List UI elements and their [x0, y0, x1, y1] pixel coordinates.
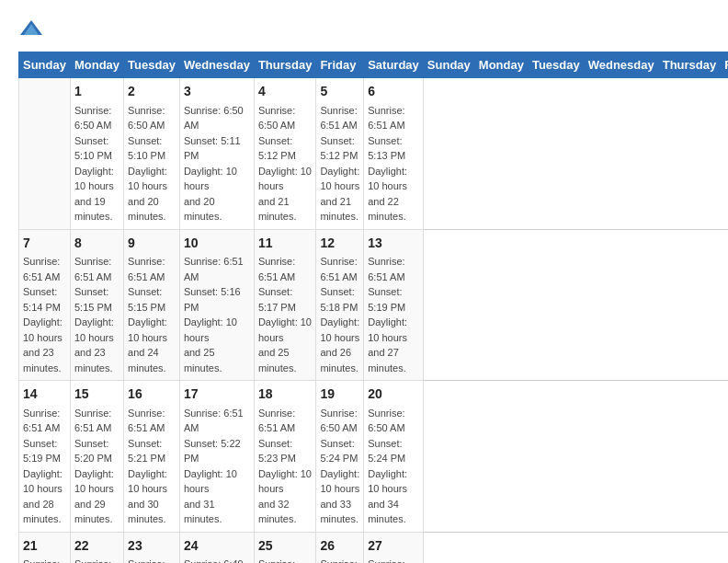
day-number: 14: [23, 385, 66, 404]
calendar-cell: 5Sunrise: 6:51 AM Sunset: 5:12 PM Daylig…: [316, 78, 364, 230]
day-info: Sunrise: 6:51 AM Sunset: 5:20 PM Dayligh…: [74, 406, 119, 527]
day-info: Sunrise: 6:49 AM Sunset: 5:28 PM Dayligh…: [184, 557, 250, 563]
logo: [18, 18, 48, 37]
calendar-week-1: 1Sunrise: 6:50 AM Sunset: 5:10 PM Daylig…: [19, 78, 729, 230]
day-number: 17: [184, 385, 250, 404]
day-number: 24: [184, 537, 250, 556]
day-number: 15: [74, 385, 119, 404]
calendar-cell: 15Sunrise: 6:51 AM Sunset: 5:20 PM Dayli…: [70, 381, 123, 533]
header-sunday: Sunday: [19, 52, 71, 78]
day-info: Sunrise: 6:50 AM Sunset: 5:10 PM Dayligh…: [128, 103, 176, 224]
day-info: Sunrise: 6:48 AM Sunset: 5:30 PM Dayligh…: [320, 557, 359, 563]
calendar-week-3: 14Sunrise: 6:51 AM Sunset: 5:19 PM Dayli…: [19, 381, 729, 533]
day-info: Sunrise: 6:50 AM Sunset: 5:25 PM Dayligh…: [23, 557, 66, 563]
day-info: Sunrise: 6:49 AM Sunset: 5:29 PM Dayligh…: [258, 557, 313, 563]
day-info: Sunrise: 6:48 AM Sunset: 5:30 PM Dayligh…: [368, 557, 419, 563]
calendar-cell: 11Sunrise: 6:51 AM Sunset: 5:17 PM Dayli…: [254, 229, 316, 381]
day-number: 18: [258, 385, 313, 404]
day-info: Sunrise: 6:50 AM Sunset: 5:11 PM Dayligh…: [184, 103, 250, 224]
header-wednesday: Wednesday: [179, 52, 254, 78]
day-info: Sunrise: 6:51 AM Sunset: 5:14 PM Dayligh…: [23, 254, 66, 375]
day-number: 7: [23, 235, 66, 253]
day-info: Sunrise: 6:50 AM Sunset: 5:10 PM Dayligh…: [74, 103, 119, 224]
calendar-cell: 20Sunrise: 6:50 AM Sunset: 5:24 PM Dayli…: [364, 381, 424, 533]
col-header-thursday: Thursday: [658, 52, 721, 78]
calendar-cell: 14Sunrise: 6:51 AM Sunset: 5:19 PM Dayli…: [19, 381, 71, 533]
calendar-cell: 1Sunrise: 6:50 AM Sunset: 5:10 PM Daylig…: [70, 78, 123, 230]
day-info: Sunrise: 6:51 AM Sunset: 5:19 PM Dayligh…: [368, 254, 419, 375]
col-header-monday: Monday: [474, 52, 528, 78]
day-info: Sunrise: 6:50 AM Sunset: 5:12 PM Dayligh…: [258, 103, 313, 224]
calendar-cell: 7Sunrise: 6:51 AM Sunset: 5:14 PM Daylig…: [19, 229, 71, 381]
day-number: 25: [258, 537, 313, 556]
day-number: 22: [74, 537, 119, 556]
day-number: 16: [128, 385, 176, 404]
calendar-cell: 23Sunrise: 6:49 AM Sunset: 5:27 PM Dayli…: [124, 532, 180, 563]
day-info: Sunrise: 6:51 AM Sunset: 5:16 PM Dayligh…: [184, 254, 250, 375]
day-number: 1: [74, 83, 119, 101]
day-number: 13: [368, 235, 419, 253]
calendar-header-row: SundayMondayTuesdayWednesdayThursdayFrid…: [19, 52, 729, 78]
day-info: Sunrise: 6:51 AM Sunset: 5:18 PM Dayligh…: [320, 254, 359, 375]
day-info: Sunrise: 6:50 AM Sunset: 5:24 PM Dayligh…: [320, 406, 359, 527]
page-header: [18, 18, 710, 37]
calendar-cell: 9Sunrise: 6:51 AM Sunset: 5:15 PM Daylig…: [124, 229, 180, 381]
col-header-sunday: Sunday: [423, 52, 474, 78]
day-number: 27: [368, 537, 419, 556]
day-info: Sunrise: 6:51 AM Sunset: 5:23 PM Dayligh…: [258, 406, 313, 527]
calendar-cell: 19Sunrise: 6:50 AM Sunset: 5:24 PM Dayli…: [316, 381, 364, 533]
calendar-cell: 3Sunrise: 6:50 AM Sunset: 5:11 PM Daylig…: [179, 78, 254, 230]
calendar-cell: 18Sunrise: 6:51 AM Sunset: 5:23 PM Dayli…: [254, 381, 316, 533]
day-number: 10: [184, 235, 250, 253]
day-info: Sunrise: 6:51 AM Sunset: 5:19 PM Dayligh…: [23, 406, 66, 527]
calendar-cell: 13Sunrise: 6:51 AM Sunset: 5:19 PM Dayli…: [364, 229, 424, 381]
calendar-cell: 12Sunrise: 6:51 AM Sunset: 5:18 PM Dayli…: [316, 229, 364, 381]
day-number: 6: [368, 83, 419, 101]
calendar-table: SundayMondayTuesdayWednesdayThursdayFrid…: [18, 52, 728, 563]
header-monday: Monday: [70, 52, 123, 78]
header-saturday: Saturday: [364, 52, 424, 78]
calendar-week-4: 21Sunrise: 6:50 AM Sunset: 5:25 PM Dayli…: [19, 532, 729, 563]
day-number: 12: [320, 235, 359, 253]
calendar-cell: 17Sunrise: 6:51 AM Sunset: 5:22 PM Dayli…: [179, 381, 254, 533]
day-number: 2: [128, 83, 176, 101]
logo-icon: [18, 18, 44, 37]
day-number: 23: [128, 537, 176, 556]
day-info: Sunrise: 6:51 AM Sunset: 5:21 PM Dayligh…: [128, 406, 176, 527]
calendar-cell: 27Sunrise: 6:48 AM Sunset: 5:30 PM Dayli…: [364, 532, 424, 563]
day-number: 11: [258, 235, 313, 253]
day-number: 26: [320, 537, 359, 556]
day-info: Sunrise: 6:51 AM Sunset: 5:15 PM Dayligh…: [128, 254, 176, 375]
day-info: Sunrise: 6:51 AM Sunset: 5:13 PM Dayligh…: [368, 103, 419, 224]
calendar-cell: 26Sunrise: 6:48 AM Sunset: 5:30 PM Dayli…: [316, 532, 364, 563]
header-thursday: Thursday: [254, 52, 316, 78]
calendar-cell: 22Sunrise: 6:50 AM Sunset: 5:26 PM Dayli…: [70, 532, 123, 563]
calendar-cell: 21Sunrise: 6:50 AM Sunset: 5:25 PM Dayli…: [19, 532, 71, 563]
calendar-cell: 10Sunrise: 6:51 AM Sunset: 5:16 PM Dayli…: [179, 229, 254, 381]
calendar-cell: 2Sunrise: 6:50 AM Sunset: 5:10 PM Daylig…: [124, 78, 180, 230]
header-friday: Friday: [316, 52, 364, 78]
col-header-tuesday: Tuesday: [528, 52, 584, 78]
calendar-cell: 16Sunrise: 6:51 AM Sunset: 5:21 PM Dayli…: [124, 381, 180, 533]
calendar-week-2: 7Sunrise: 6:51 AM Sunset: 5:14 PM Daylig…: [19, 229, 729, 381]
day-number: 8: [74, 235, 119, 253]
day-number: 5: [320, 83, 359, 101]
calendar-cell: [19, 78, 71, 230]
day-info: Sunrise: 6:49 AM Sunset: 5:27 PM Dayligh…: [128, 557, 176, 563]
day-number: 3: [184, 83, 250, 101]
header-tuesday: Tuesday: [124, 52, 180, 78]
day-number: 9: [128, 235, 176, 253]
day-number: 20: [368, 385, 419, 404]
day-info: Sunrise: 6:50 AM Sunset: 5:24 PM Dayligh…: [368, 406, 419, 527]
day-number: 4: [258, 83, 313, 101]
calendar-cell: 6Sunrise: 6:51 AM Sunset: 5:13 PM Daylig…: [364, 78, 424, 230]
day-number: 21: [23, 537, 66, 556]
day-info: Sunrise: 6:50 AM Sunset: 5:26 PM Dayligh…: [74, 557, 119, 563]
day-info: Sunrise: 6:51 AM Sunset: 5:22 PM Dayligh…: [184, 406, 250, 527]
calendar-cell: 25Sunrise: 6:49 AM Sunset: 5:29 PM Dayli…: [254, 532, 316, 563]
calendar-cell: 4Sunrise: 6:50 AM Sunset: 5:12 PM Daylig…: [254, 78, 316, 230]
day-number: 19: [320, 385, 359, 404]
day-info: Sunrise: 6:51 AM Sunset: 5:12 PM Dayligh…: [320, 103, 359, 224]
col-header-friday: Friday: [721, 52, 728, 78]
day-info: Sunrise: 6:51 AM Sunset: 5:17 PM Dayligh…: [258, 254, 313, 375]
